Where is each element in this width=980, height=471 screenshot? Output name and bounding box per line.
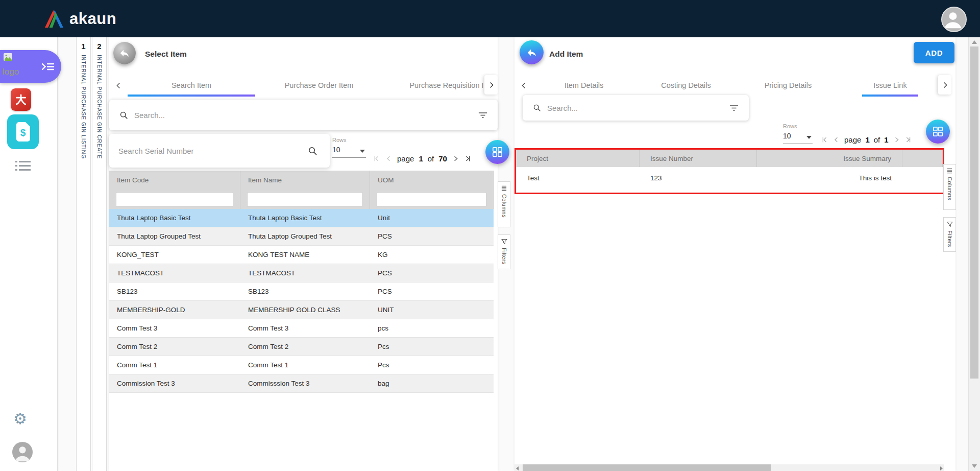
back-button[interactable]: [520, 40, 544, 64]
first-page-icon[interactable]: [821, 136, 828, 144]
horizontal-scrollbar[interactable]: [514, 464, 944, 471]
rows-value: 10: [332, 146, 340, 154]
next-page-icon[interactable]: [452, 155, 459, 162]
tabs-scroll-left-icon[interactable]: [514, 82, 533, 89]
table-cell: PCS: [370, 288, 494, 295]
table-cell: SB123: [240, 288, 370, 295]
serial-search-icon[interactable]: [308, 146, 317, 156]
table-cell: Comm Test 1: [240, 361, 370, 369]
table-cell: 123: [640, 174, 757, 182]
app-icon-red[interactable]: [11, 88, 31, 111]
rows-per-page-select[interactable]: 10: [332, 143, 366, 158]
table-cell: Unit: [370, 214, 494, 222]
grid-view-button[interactable]: [926, 120, 950, 144]
prev-page-icon[interactable]: [385, 155, 393, 162]
table-cell: Comm Test 2: [109, 343, 240, 350]
pagination: page 1 of 1: [821, 132, 912, 147]
filters-label: Filters: [947, 230, 953, 247]
table-row[interactable]: TESTMACOSTTESTMACOSTPCS: [109, 264, 494, 282]
rows-label: Rows: [332, 137, 366, 143]
prev-page-icon[interactable]: [832, 136, 840, 144]
column-header-issue-summary: Issue Summary: [757, 150, 902, 167]
add-button[interactable]: ADD: [914, 42, 954, 63]
item-name-filter-input[interactable]: [247, 192, 363, 207]
search-icon: [533, 104, 541, 112]
column-header-item-code: Item Code: [109, 171, 240, 190]
table-row[interactable]: KONG_TESTKONG TEST NAMEKG: [109, 246, 494, 264]
table-row[interactable]: Thuta Laptop Grouped TestThuta Laptop Gr…: [109, 227, 494, 246]
table-row[interactable]: MEMBERSHIP-GOLDMEMBERSHIP GOLD CLASSUNIT: [109, 301, 494, 319]
panel-title: Add Item: [549, 50, 583, 59]
list-icon[interactable]: [15, 160, 31, 174]
grid-view-button[interactable]: [485, 140, 509, 164]
column-header-project: Project: [516, 150, 640, 167]
tab-purchase-order-item[interactable]: Purchase Order Item: [255, 74, 383, 97]
dropdown-caret-icon: [806, 136, 812, 139]
tab-search-item[interactable]: Search Item: [128, 74, 255, 97]
grid-icon: [932, 126, 944, 137]
table-row[interactable]: Comm Test 2Comm Test 2Pcs: [109, 338, 494, 356]
columns-label: Columns: [501, 194, 507, 218]
next-page-icon[interactable]: [893, 136, 900, 144]
scroll-up-arrow-icon[interactable]: [972, 40, 977, 44]
column-header-uom: UOM: [370, 171, 494, 190]
item-search-input[interactable]: [133, 110, 478, 120]
column-header-item-name: Item Name: [240, 171, 370, 190]
item-code-filter-input[interactable]: [116, 192, 233, 207]
serial-search-input[interactable]: [117, 146, 308, 156]
page-total: 70: [438, 154, 447, 163]
table-row[interactable]: Thuta Laptop Basic TestThuta Laptop Basi…: [109, 209, 494, 227]
uom-filter-input[interactable]: [377, 192, 486, 207]
issue-search-input[interactable]: [546, 103, 729, 113]
table-cell: Comm Test 3: [109, 324, 240, 332]
user-avatar[interactable]: [941, 7, 967, 32]
scroll-down-arrow-icon[interactable]: [972, 464, 977, 468]
tabs-scroll-left-icon[interactable]: [109, 82, 128, 89]
filter-icon[interactable]: [478, 112, 487, 119]
tab-issue-link[interactable]: Issue Link: [839, 74, 941, 97]
funnel-icon: [947, 221, 953, 227]
serial-search-box: [109, 134, 330, 168]
tab-purchase-requisition-item[interactable]: Purchase Requisition I: [383, 74, 498, 97]
back-button[interactable]: [113, 42, 136, 64]
scroll-left-arrow-icon[interactable]: [516, 466, 519, 470]
app-screen: akaun logo: [0, 0, 980, 471]
app-body: logo $: [0, 37, 980, 471]
left-columns-strip[interactable]: Columns: [498, 181, 510, 227]
table-cell: Pcs: [370, 361, 494, 369]
rows-per-page-select[interactable]: 10: [783, 129, 813, 144]
last-page-icon[interactable]: [464, 155, 472, 162]
first-page-icon[interactable]: [373, 155, 380, 162]
tab-pricing-details[interactable]: Pricing Details: [737, 74, 839, 97]
table-row[interactable]: Comm Test 1Comm Test 1Pcs: [109, 356, 494, 374]
page-tab-gin-create[interactable]: 2 INTERNAL PURCHASE GIN CREATE: [92, 37, 107, 471]
table-row[interactable]: Test123This is test: [516, 167, 943, 189]
last-page-icon[interactable]: [904, 136, 912, 144]
table-row[interactable]: SB123SB123PCS: [109, 282, 494, 301]
tabs-scroll-right-button[interactable]: [484, 75, 498, 95]
horizontal-scrollbar-thumb[interactable]: [523, 464, 771, 471]
table-row[interactable]: Commission Test 3Commisssion Test 3bag: [109, 374, 494, 393]
page-number: 1: [419, 154, 423, 163]
tabs-scroll-right-button[interactable]: [938, 75, 951, 95]
right-columns-strip[interactable]: Columns: [943, 164, 956, 210]
right-filters-strip[interactable]: Filters: [943, 217, 956, 252]
page-word: page: [844, 135, 861, 144]
filter-icon[interactable]: [729, 105, 739, 111]
sidebar-logo-chip[interactable]: logo: [0, 50, 61, 83]
sidebar-toggle-icon[interactable]: [41, 62, 55, 73]
tab-costing-details[interactable]: Costing Details: [635, 74, 737, 97]
search-icon: [119, 111, 128, 120]
settings-gear-icon[interactable]: ⚙: [13, 411, 27, 427]
rows-per-page-control: Rows 10: [332, 137, 366, 158]
filters-label: Filters: [501, 248, 507, 265]
tab-item-details[interactable]: Item Details: [533, 74, 635, 97]
left-filters-strip[interactable]: Filters: [498, 234, 510, 269]
app-icon-billing[interactable]: $: [7, 114, 39, 149]
table-row[interactable]: Comm Test 3Comm Test 3pcs: [109, 319, 494, 338]
profile-person-icon[interactable]: [12, 442, 33, 462]
vertical-scrollbar[interactable]: [968, 37, 980, 471]
scroll-right-arrow-icon[interactable]: [940, 466, 943, 470]
page-tab-gin-listing[interactable]: 1 INTERNAL PURCHASE GIN LISTING: [76, 37, 91, 471]
vertical-scrollbar-thumb[interactable]: [970, 46, 978, 379]
